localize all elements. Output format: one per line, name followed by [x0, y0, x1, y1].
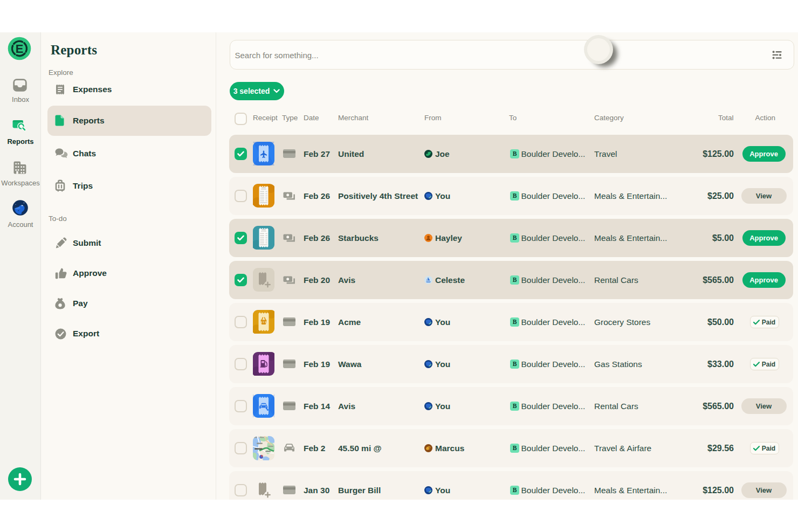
svg-text:E: E: [16, 42, 24, 56]
